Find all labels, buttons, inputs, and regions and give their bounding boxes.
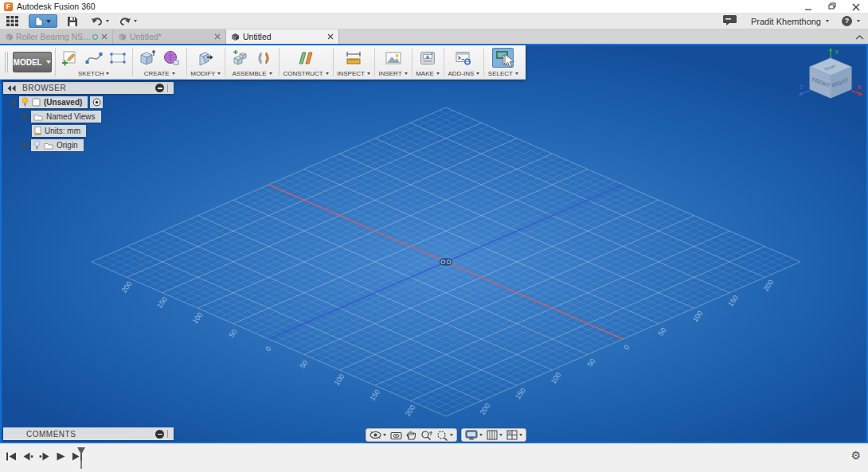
viewports-button[interactable] <box>506 430 522 440</box>
insert-image-button[interactable] <box>382 48 404 68</box>
tree-row-named-views[interactable]: Named Views <box>22 111 174 123</box>
construction-plane-button[interactable] <box>295 48 317 68</box>
ribbon-group-sketch: SKETCH <box>55 45 132 79</box>
comments-panel[interactable]: COMMENTS <box>3 427 174 440</box>
new-component-button[interactable] <box>229 48 251 68</box>
timeline-step-forward-button[interactable] <box>39 451 50 465</box>
collapse-toolbar-chevron-icon[interactable] <box>855 33 864 42</box>
minimize-button[interactable] <box>796 0 820 14</box>
tab-untitled-2-active[interactable]: Untitled <box>226 29 339 44</box>
timeline-play-button[interactable] <box>56 451 66 465</box>
tab-roller-bearing[interactable]: Roller Bearing NSK v3 <box>0 29 113 44</box>
document-cube-icon <box>231 33 240 41</box>
user-menu-dropdown-icon[interactable] <box>826 20 829 22</box>
mouse-cursor <box>504 53 515 68</box>
make-3dprint-button[interactable] <box>417 48 439 68</box>
collapse-panel-icon[interactable] <box>7 85 16 92</box>
grid-settings-button[interactable] <box>487 430 502 440</box>
browser-header[interactable]: BROWSER <box>3 82 174 94</box>
save-button[interactable] <box>67 16 78 27</box>
scripts-addins-button[interactable] <box>453 48 475 68</box>
collapsed-arrow-icon[interactable] <box>22 142 29 149</box>
tree-row-root[interactable]: (Unsaved) <box>10 96 174 108</box>
zoom-button[interactable] <box>420 430 432 441</box>
timeline-skip-start-button[interactable] <box>6 451 17 465</box>
activate-component-radio[interactable] <box>90 96 103 108</box>
expanded-arrow-icon[interactable] <box>10 99 17 106</box>
visibility-bulb-icon[interactable] <box>33 140 41 150</box>
joint-button[interactable] <box>253 48 275 68</box>
make-menu[interactable]: MAKE <box>416 68 440 77</box>
hide-comments-icon[interactable] <box>155 430 164 439</box>
spline-button[interactable] <box>83 48 104 68</box>
zoom-dropdown-icon[interactable] <box>450 434 453 436</box>
workspace-selector-button[interactable]: MODEL <box>13 52 52 72</box>
addins-menu[interactable]: ADD-INS <box>448 68 479 77</box>
visibility-bulb-icon[interactable] <box>22 97 29 107</box>
construct-menu[interactable]: CONSTRUCT <box>283 68 328 77</box>
orbit-button[interactable] <box>369 430 386 440</box>
inspect-menu[interactable]: INSPECT <box>337 68 370 77</box>
insert-menu[interactable]: INSERT <box>378 68 407 77</box>
orbit-dropdown-icon[interactable] <box>383 434 386 436</box>
tree-row-units[interactable]: Units: mm <box>32 125 174 137</box>
redo-dropdown-icon[interactable] <box>134 20 137 22</box>
timeline-position-marker[interactable] <box>76 447 87 472</box>
display-dropdown-icon[interactable] <box>479 434 483 436</box>
select-menu[interactable]: SELECT <box>488 68 518 77</box>
timeline-step-back-button[interactable] <box>22 451 33 465</box>
help-icon[interactable]: ? <box>842 16 852 26</box>
grid-ruler-label: 150 <box>368 388 381 402</box>
grid-ruler-label: 50 <box>228 328 239 339</box>
press-pull-button[interactable] <box>195 48 217 68</box>
grid-ruler-label: 50 <box>657 326 668 337</box>
ribbon-toolbar: MODEL SKETCH CREATE MODIFY <box>0 45 526 80</box>
viewports-dropdown-icon[interactable] <box>519 434 522 436</box>
timeline-settings-gear-icon[interactable]: ⚙ <box>850 448 861 462</box>
x-axis-label: X <box>857 84 862 91</box>
undo-dropdown-icon[interactable] <box>106 20 109 22</box>
origin-marker[interactable] <box>440 258 453 266</box>
pan-button[interactable] <box>406 430 416 440</box>
close-tab-icon[interactable] <box>214 33 221 40</box>
measure-button[interactable] <box>343 48 365 68</box>
app-title: Autodesk Fusion 360 <box>17 2 96 12</box>
z-axis-label: Z <box>800 84 803 91</box>
modify-menu[interactable]: MODIFY <box>190 68 221 77</box>
display-settings-button[interactable] <box>465 430 483 440</box>
restore-button[interactable] <box>820 0 844 14</box>
view-cube[interactable]: Y TOP FRONT RIGHT X Z <box>796 47 865 117</box>
root-document-label: (Unsaved) <box>44 98 82 107</box>
undo-button[interactable] <box>91 16 104 26</box>
panel-grip[interactable] <box>167 84 170 92</box>
collapsed-arrow-icon[interactable] <box>22 113 29 120</box>
assemble-menu[interactable]: ASSEMBLE <box>232 68 272 77</box>
create-menu[interactable]: CREATE <box>144 68 175 77</box>
grid-ruler-label: 100 <box>333 373 346 387</box>
zoom-window-button[interactable] <box>436 430 453 441</box>
close-tab-icon[interactable] <box>101 33 108 40</box>
new-body-button[interactable] <box>137 48 158 68</box>
panel-grip[interactable] <box>167 430 170 438</box>
job-status-icon[interactable] <box>723 14 737 29</box>
grid-ruler-label: 50 <box>299 359 310 370</box>
help-dropdown-icon[interactable] <box>857 20 860 22</box>
close-tab-icon[interactable] <box>327 33 334 40</box>
redo-button[interactable] <box>119 16 131 26</box>
grid-ruler-label: 50 <box>586 357 597 369</box>
user-name[interactable]: Pradit Khemthong <box>751 17 821 26</box>
look-at-button[interactable] <box>390 431 402 440</box>
grid-dropdown-icon[interactable] <box>499 434 502 436</box>
file-menu-button[interactable] <box>29 14 57 28</box>
component-icon <box>32 98 41 107</box>
sketch-menu[interactable]: SKETCH <box>78 68 109 77</box>
app-grid-menu-icon[interactable] <box>6 16 18 26</box>
create-form-button[interactable] <box>161 48 182 68</box>
tree-row-origin[interactable]: Origin <box>22 139 174 151</box>
toolbar-grip[interactable] <box>5 52 8 72</box>
create-sketch-button[interactable] <box>59 48 80 68</box>
tab-untitled-1[interactable]: Untitled* <box>113 29 226 44</box>
hide-panel-icon[interactable] <box>155 84 164 92</box>
rectangle-button[interactable] <box>107 48 128 68</box>
close-button[interactable] <box>844 0 868 14</box>
